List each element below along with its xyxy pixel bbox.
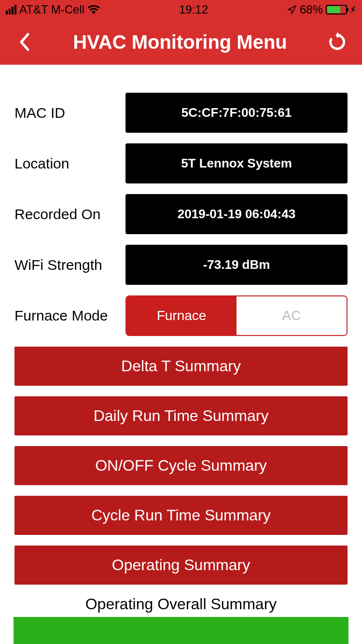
on-off-cycle-summary-button[interactable]: ON/OFF Cycle Summary xyxy=(14,446,348,485)
operating-overall-summary-title: Operating Overall Summary xyxy=(14,595,348,613)
recorded-on-label: Recorded On xyxy=(14,206,125,223)
wifi-strength-label: WiFi Strength xyxy=(14,257,125,273)
location-arrow-icon xyxy=(287,5,297,14)
cellular-signal-icon xyxy=(6,5,16,14)
operating-overall-summary-bar[interactable] xyxy=(14,617,348,644)
recorded-on-value: 2019-01-19 06:04:43 xyxy=(125,194,348,234)
mac-id-label: MAC ID xyxy=(14,105,125,121)
furnace-mode-label: Furnace Mode xyxy=(14,308,125,324)
mac-id-row: MAC ID 5C:CF:7F:00:75:61 xyxy=(14,93,348,133)
location-value: 5T Lennox System xyxy=(125,143,348,183)
chevron-left-icon xyxy=(18,32,30,52)
mode-option-furnace[interactable]: Furnace xyxy=(126,296,237,335)
wifi-strength-value: -73.19 dBm xyxy=(125,245,348,285)
wifi-strength-row: WiFi Strength -73.19 dBm xyxy=(14,245,348,285)
charging-bolt-icon: ⚡︎ xyxy=(350,4,356,15)
delta-t-summary-button[interactable]: Delta T Summary xyxy=(14,347,348,386)
location-row: Location 5T Lennox System xyxy=(14,143,348,183)
furnace-mode-row: Furnace Mode Furnace AC xyxy=(14,295,348,336)
wifi-icon xyxy=(87,5,100,14)
status-left: AT&T M-Cell xyxy=(6,3,100,16)
recorded-on-row: Recorded On 2019-01-19 06:04:43 xyxy=(14,194,348,234)
content-area: MAC ID 5C:CF:7F:00:75:61 Location 5T Len… xyxy=(0,65,362,644)
status-right: 68% ⚡︎ xyxy=(287,3,356,16)
back-button[interactable] xyxy=(14,32,34,52)
mode-option-ac[interactable]: AC xyxy=(237,296,347,335)
daily-run-time-summary-button[interactable]: Daily Run Time Summary xyxy=(14,396,348,435)
location-label: Location xyxy=(14,155,125,172)
battery-icon xyxy=(326,5,347,14)
status-bar: AT&T M-Cell 19:12 68% ⚡︎ xyxy=(0,0,362,19)
battery-percent: 68% xyxy=(300,3,323,16)
operating-summary-button[interactable]: Operating Summary xyxy=(14,546,348,585)
mac-id-value: 5C:CF:7F:00:75:61 xyxy=(125,93,348,133)
refresh-icon xyxy=(327,32,347,52)
page-title: HVAC Monitoring Menu xyxy=(34,31,326,53)
cycle-run-time-summary-button[interactable]: Cycle Run Time Summary xyxy=(14,496,348,535)
furnace-mode-toggle: Furnace AC xyxy=(125,295,348,336)
nav-bar: HVAC Monitoring Menu xyxy=(0,19,362,65)
carrier-label: AT&T M-Cell xyxy=(19,3,84,16)
refresh-button[interactable] xyxy=(326,31,348,53)
status-time: 19:12 xyxy=(179,3,208,16)
